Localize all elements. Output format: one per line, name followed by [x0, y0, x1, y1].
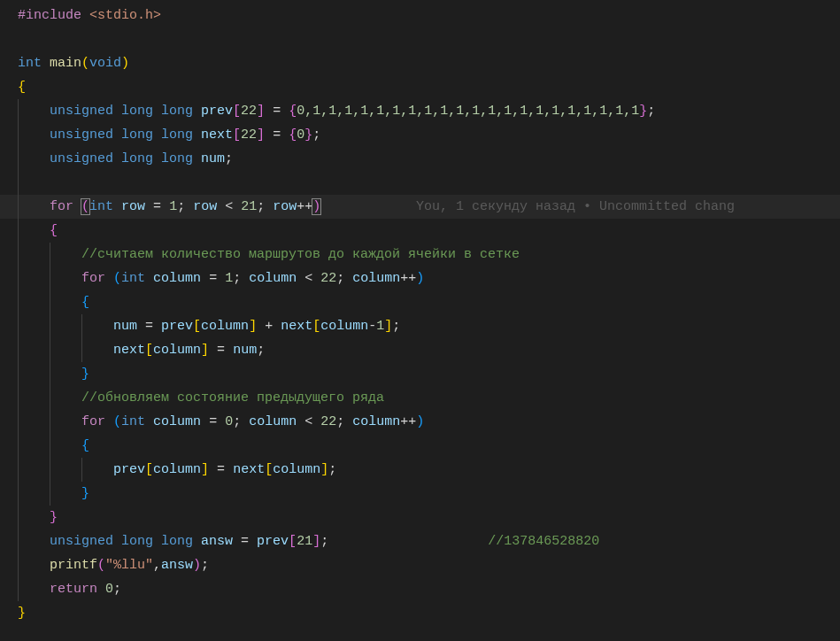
code-line[interactable]: {: [0, 290, 840, 314]
var-prev: prev: [113, 462, 145, 477]
keyword-void: void: [89, 56, 121, 71]
code-line[interactable]: //считаем количество маршрутов до каждой…: [0, 243, 840, 266]
var-column: column: [352, 271, 400, 286]
var-next: next: [113, 343, 145, 358]
var-next: next: [233, 462, 265, 477]
code-line[interactable]: num = prev[column] + next[column-1];: [0, 314, 840, 338]
literal-1: 1: [169, 199, 177, 214]
var-prev: prev: [201, 104, 233, 119]
code-line-blank[interactable]: [0, 27, 840, 51]
code-line[interactable]: for (int column = 0; column < 22; column…: [0, 410, 840, 434]
var-column: column: [320, 319, 368, 334]
function-main: main: [50, 56, 81, 71]
keyword-int: int: [18, 56, 42, 71]
var-row: row: [273, 199, 297, 214]
code-line[interactable]: prev[column] = next[column];: [0, 458, 840, 482]
var-column: column: [273, 462, 320, 477]
code-line[interactable]: unsigned long long answ = prev[21]; //13…: [0, 529, 840, 553]
literal-22: 22: [320, 414, 336, 429]
code-line[interactable]: next[column] = num;: [0, 338, 840, 362]
code-line-blank[interactable]: [0, 171, 840, 195]
var-answ: answ: [161, 558, 193, 573]
code-line[interactable]: return 0;: [0, 577, 840, 601]
var-column: column: [201, 319, 249, 334]
comment-result: //137846528820: [488, 534, 599, 549]
literal-21: 21: [241, 199, 257, 214]
var-column: column: [153, 462, 201, 477]
literal-22: 22: [241, 127, 257, 143]
code-line-current[interactable]: for (int row = 1; row < 21; row++)You, 1…: [0, 195, 840, 219]
var-answ: answ: [201, 534, 233, 549]
var-prev: prev: [257, 534, 289, 549]
var-column: column: [249, 271, 297, 286]
literal-22: 22: [320, 271, 336, 286]
type-ull: unsigned long long: [50, 534, 193, 549]
var-row: row: [193, 199, 217, 214]
var-prev: prev: [161, 319, 193, 334]
code-line[interactable]: int main(void): [0, 51, 840, 75]
comment: //обновляем состояние предыдущего ряда: [81, 390, 384, 405]
var-next: next: [281, 319, 312, 334]
var-num: num: [201, 151, 225, 166]
code-line[interactable]: unsigned long long next[22] = {0};: [0, 123, 840, 147]
code-line[interactable]: }: [0, 506, 840, 529]
var-column: column: [153, 343, 201, 358]
var-row: row: [121, 199, 145, 214]
var-next: next: [201, 127, 233, 143]
code-line[interactable]: {: [0, 75, 840, 99]
var-column: column: [153, 271, 201, 286]
code-line[interactable]: unsigned long long num;: [0, 147, 840, 171]
string-fmt: "%llu": [105, 558, 153, 573]
literal-0: 0: [225, 414, 233, 429]
code-line[interactable]: unsigned long long prev[22] = {0,1,1,1,1…: [0, 99, 840, 123]
keyword-return: return: [50, 582, 97, 597]
var-num: num: [113, 319, 137, 334]
array-init: 0,1,1,1,1,1,1,1,1,1,1,1,1,1,1,1,1,1,1,1,…: [297, 104, 639, 119]
type-ull: unsigned long long: [50, 104, 193, 119]
keyword-int: int: [89, 199, 113, 214]
bracket-match-icon: ): [312, 198, 321, 215]
var-column: column: [249, 414, 297, 429]
keyword-int: int: [121, 271, 145, 286]
code-line[interactable]: //обновляем состояние предыдущего ряда: [0, 386, 840, 410]
code-line[interactable]: }: [0, 601, 840, 625]
var-column: column: [153, 414, 201, 429]
literal-0: 0: [297, 127, 304, 143]
preproc-directive: #include: [18, 8, 81, 23]
keyword-for: for: [81, 271, 105, 286]
type-ull: unsigned long long: [50, 127, 193, 143]
keyword-int: int: [121, 414, 145, 429]
include-header: <stdio.h>: [81, 8, 161, 23]
code-line[interactable]: {: [0, 219, 840, 243]
literal-1: 1: [376, 319, 384, 334]
keyword-for: for: [81, 414, 105, 429]
type-ull: unsigned long long: [50, 151, 193, 166]
code-line[interactable]: #include <stdio.h>: [0, 4, 840, 27]
keyword-for: for: [50, 199, 73, 214]
literal-1: 1: [225, 271, 233, 286]
code-line[interactable]: }: [0, 362, 840, 386]
literal-21: 21: [297, 534, 312, 549]
code-line[interactable]: }: [0, 482, 840, 506]
code-line[interactable]: for (int column = 1; column < 22; column…: [0, 266, 840, 290]
var-num: num: [233, 343, 257, 358]
literal-0: 0: [105, 582, 113, 597]
code-line[interactable]: {: [0, 434, 840, 458]
git-blame-annotation: You, 1 секунду назад • Uncommitted chang: [416, 195, 735, 219]
comment: //считаем количество маршрутов до каждой…: [81, 247, 520, 262]
function-printf: printf: [50, 558, 97, 573]
literal-22: 22: [241, 104, 257, 119]
code-line[interactable]: printf("%llu",answ);: [0, 553, 840, 577]
var-column: column: [352, 414, 400, 429]
